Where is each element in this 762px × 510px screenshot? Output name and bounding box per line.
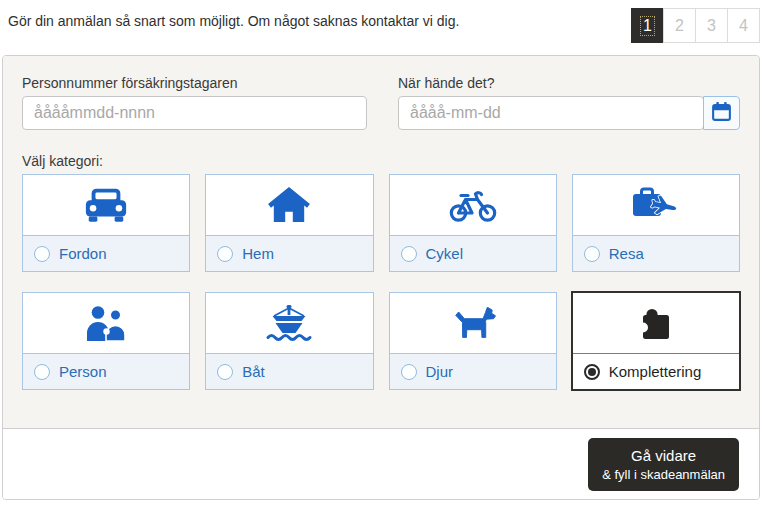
step-number: 2: [675, 17, 684, 35]
category-card-footer: Djur: [390, 353, 556, 389]
page-header: Gör din anmälan så snart som möjligt. Om…: [0, 0, 762, 43]
category-radio-b-t[interactable]: [217, 364, 233, 380]
incident-date-label: När hände det?: [398, 75, 740, 91]
footer-section: Gå vidare & fyll i skadeanmälan: [3, 428, 759, 499]
step-tab-4[interactable]: 4: [727, 8, 760, 43]
category-card-footer: Person: [23, 353, 189, 389]
category-card-footer: Båt: [206, 353, 372, 389]
category-label: Hem: [242, 245, 274, 262]
bicycle-icon: [390, 175, 556, 235]
category-label: Fordon: [59, 245, 107, 262]
personnummer-field-group: Personnummer försäkringstagaren: [22, 75, 367, 130]
dog-icon: [390, 293, 556, 353]
continue-button-line2: & fyll i skadeanmälan: [602, 467, 725, 482]
category-label: Djur: [426, 363, 454, 380]
step-tab-1[interactable]: 1: [631, 8, 664, 43]
category-radio-resa[interactable]: [584, 246, 600, 262]
incident-date-input[interactable]: [398, 96, 704, 130]
calendar-icon: [712, 102, 731, 124]
category-card-fordon[interactable]: Fordon: [22, 174, 190, 272]
category-radio-cykel[interactable]: [401, 246, 417, 262]
step-number: 4: [739, 17, 748, 35]
category-label: Cykel: [426, 245, 464, 262]
category-card-footer: Fordon: [23, 235, 189, 271]
category-card-hem[interactable]: Hem: [205, 174, 373, 272]
category-card-footer: Komplettering: [573, 353, 739, 389]
claim-form-panel: Personnummer försäkringstagaren När händ…: [2, 55, 760, 500]
category-card-cykel[interactable]: Cykel: [389, 174, 557, 272]
category-card-komplettering[interactable]: Komplettering: [571, 291, 741, 391]
category-label: Person: [59, 363, 107, 380]
date-input-group: [398, 96, 740, 130]
category-card-footer: Cykel: [390, 235, 556, 271]
category-card-person[interactable]: Person: [22, 292, 190, 390]
house-icon: [206, 175, 372, 235]
calendar-button[interactable]: [703, 96, 740, 130]
step-tab-2[interactable]: 2: [663, 8, 696, 43]
category-label: Resa: [609, 245, 644, 262]
intro-text: Gör din anmälan så snart som möjligt. Om…: [8, 13, 459, 29]
category-label: Båt: [242, 363, 265, 380]
category-card-djur[interactable]: Djur: [389, 292, 557, 390]
step-indicator: 1234: [632, 8, 760, 43]
form-row: Personnummer försäkringstagaren När händ…: [22, 75, 740, 130]
travel-icon: [573, 175, 739, 235]
boat-icon: [206, 293, 372, 353]
personnummer-input[interactable]: [22, 96, 367, 130]
category-card-b-t[interactable]: Båt: [205, 292, 373, 390]
category-card-resa[interactable]: Resa: [572, 174, 740, 272]
category-grid: FordonHemCykelResaPersonBåtDjurKomplette…: [22, 174, 740, 390]
car-icon: [23, 175, 189, 235]
incident-date-field-group: När hände det?: [398, 75, 740, 130]
category-label: Komplettering: [609, 363, 702, 380]
category-radio-fordon[interactable]: [34, 246, 50, 262]
category-radio-komplettering[interactable]: [584, 364, 600, 380]
continue-button[interactable]: Gå vidare & fyll i skadeanmälan: [588, 438, 739, 491]
personnummer-label: Personnummer försäkringstagaren: [22, 75, 367, 91]
puzzle-icon: [573, 293, 739, 353]
form-section: Personnummer försäkringstagaren När händ…: [3, 56, 759, 428]
category-radio-djur[interactable]: [401, 364, 417, 380]
category-radio-hem[interactable]: [217, 246, 233, 262]
step-tab-3[interactable]: 3: [695, 8, 728, 43]
category-radio-person[interactable]: [34, 364, 50, 380]
category-section-label: Välj kategori:: [22, 153, 740, 169]
continue-button-line1: Gå vidare: [602, 447, 725, 464]
category-card-footer: Resa: [573, 235, 739, 271]
step-number: 1: [641, 17, 654, 35]
people-icon: [23, 293, 189, 353]
category-card-footer: Hem: [206, 235, 372, 271]
step-number: 3: [707, 17, 716, 35]
